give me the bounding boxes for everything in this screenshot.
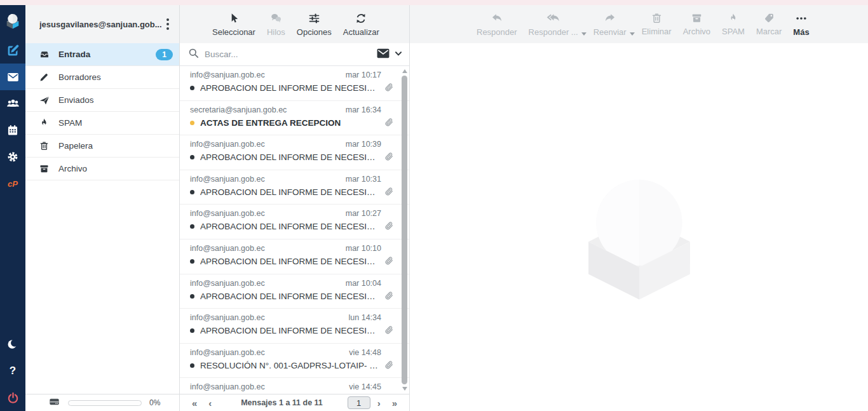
reply-icon: [490, 12, 504, 25]
message-sender: info@sanjuan.gob.ec: [190, 209, 265, 218]
pagination-label: Mensajes 1 a 11 de 11: [219, 398, 344, 407]
mark-button[interactable]: Marcar: [750, 11, 787, 37]
folder-item-papelera[interactable]: Papelera: [25, 135, 179, 158]
threads-button[interactable]: Hilos: [261, 11, 291, 38]
message-row[interactable]: info@sanjuan.gob.ecmar 10:31 APROBACION …: [180, 170, 409, 205]
reply-all-button[interactable]: Responder ...: [523, 11, 584, 38]
last-page-button[interactable]: »: [388, 398, 402, 408]
folder-item-spam[interactable]: SPAM: [25, 112, 179, 135]
refresh-button[interactable]: Actualizar: [337, 11, 385, 38]
message-date: mar 10:31: [346, 175, 381, 184]
message-subject: ACTAS DE ENTREGA RECEPCION: [200, 118, 381, 128]
forward-caret-icon[interactable]: [630, 32, 635, 36]
flame-icon: [38, 118, 50, 128]
folder-label: Borradores: [58, 72, 173, 82]
message-date: mar 10:17: [346, 71, 381, 79]
folder-item-entrada[interactable]: Entrada 1: [25, 43, 179, 66]
message-toolbar: Responder Responder ... Reenvi: [410, 5, 868, 43]
moon-icon[interactable]: [0, 331, 25, 358]
unread-dot-icon: [190, 121, 194, 125]
search-scope-button[interactable]: [376, 48, 403, 62]
message-subject: APROBACION DEL INFORME DE NECESIDA...: [200, 187, 381, 197]
tag-icon: [763, 12, 775, 24]
message-sender: info@sanjuan.gob.ec: [190, 279, 265, 288]
archive-icon: [691, 12, 703, 24]
status-dot-icon: [190, 294, 194, 299]
contacts-icon[interactable]: [0, 90, 25, 117]
folder-item-archivo[interactable]: Archivo: [25, 158, 179, 180]
forward-button[interactable]: Reenviar: [588, 11, 632, 38]
spam-button[interactable]: SPAM: [716, 11, 750, 37]
gear-icon[interactable]: [0, 144, 25, 170]
compose-icon[interactable]: [0, 37, 25, 64]
roundcube-logo-icon: [0, 5, 25, 37]
message-row[interactable]: info@sanjuan.gob.ecvie 14:48 RESOLUCIÓN …: [180, 344, 409, 379]
status-dot-icon: [190, 86, 194, 90]
message-row[interactable]: info@sanjuan.gob.ecmar 10:39 APROBACION …: [180, 135, 409, 170]
message-row[interactable]: info@sanjuan.gob.ecmar 10:27 APROBACION …: [180, 205, 409, 239]
message-row[interactable]: info@sanjuan.gob.ecmar 10:10 APROBACION …: [180, 239, 409, 274]
list-scrollbar[interactable]: [400, 66, 409, 394]
folder-item-borradores[interactable]: Borradores: [25, 66, 179, 89]
trash-icon: [38, 140, 50, 151]
next-page-button[interactable]: ›: [373, 398, 385, 408]
search-bar: [180, 43, 409, 66]
calendar-icon[interactable]: [0, 117, 25, 144]
message-sender: info@sanjuan.gob.ec: [190, 175, 265, 184]
reply-all-caret-icon[interactable]: [581, 32, 587, 36]
first-page-button[interactable]: «: [187, 398, 201, 408]
scrollbar-thumb[interactable]: [402, 76, 407, 384]
attachment-icon: [384, 325, 394, 335]
folder-item-enviados[interactable]: Enviados: [25, 89, 179, 112]
attachment-icon: [384, 117, 394, 128]
refresh-icon: [355, 12, 367, 25]
message-date: mar 10:04: [346, 279, 381, 288]
cursor-icon: [227, 12, 240, 25]
power-icon[interactable]: [0, 384, 25, 411]
attachment-icon: [384, 255, 394, 266]
taskbar: cP ?: [0, 5, 25, 411]
folder-label: Archivo: [58, 164, 173, 173]
message-row[interactable]: info@sanjuan.gob.ecvie 14:45: [180, 378, 409, 394]
delete-button[interactable]: Eliminar: [636, 11, 677, 37]
more-dots-icon: [794, 12, 808, 25]
message-sender: info@sanjuan.gob.ec: [190, 382, 265, 391]
message-row[interactable]: info@sanjuan.gob.ecmar 10:04 APROBACION …: [180, 274, 409, 309]
message-subject: RESOLUCIÓN N°. 001-GADPRSJ-LOTAIP- 20...: [200, 361, 381, 370]
attachment-icon: [384, 360, 394, 370]
help-icon[interactable]: ?: [0, 358, 25, 384]
status-dot-icon: [190, 259, 194, 264]
options-button[interactable]: Opciones: [291, 11, 337, 38]
more-button[interactable]: Más: [787, 11, 815, 38]
content-panel: Responder Responder ... Reenvi: [410, 5, 868, 411]
kebab-menu-icon[interactable]: [161, 15, 174, 34]
attachment-icon: [384, 82, 394, 93]
select-button[interactable]: Seleccionar: [207, 11, 261, 38]
folder-label: Entrada: [58, 50, 147, 59]
message-date: mar 10:27: [346, 209, 381, 218]
page-number-input[interactable]: [348, 396, 370, 409]
archive-button[interactable]: Archivo: [677, 11, 716, 37]
message-date: vie 14:48: [349, 348, 381, 357]
search-input[interactable]: [205, 50, 371, 59]
attachment-icon: [384, 186, 394, 197]
inbox-icon: [38, 49, 50, 60]
cpanel-icon[interactable]: cP: [0, 170, 25, 197]
quota-percent: 0%: [149, 398, 160, 407]
message-row[interactable]: secretaria@sanjuan.gob.ecmar 16:34 ACTAS…: [180, 101, 409, 136]
reply-button[interactable]: Responder: [471, 11, 523, 38]
scroll-down-icon[interactable]: [402, 387, 407, 391]
scroll-up-icon[interactable]: [402, 69, 407, 73]
prev-page-button[interactable]: ‹: [204, 398, 216, 408]
mail-icon[interactable]: [0, 64, 25, 90]
chat-bubbles-icon: [269, 12, 283, 25]
message-sender: info@sanjuan.gob.ec: [190, 71, 265, 79]
folder-label: Enviados: [58, 95, 173, 105]
message-sender: info@sanjuan.gob.ec: [190, 140, 265, 149]
message-row[interactable]: info@sanjuan.gob.eclun 14:34 APROBACION …: [180, 309, 409, 344]
folders-panel: jesusgavilanes@sanjuan.gob.... Entrada 1…: [25, 5, 180, 411]
search-icon: [187, 47, 200, 62]
message-row[interactable]: info@sanjuan.gob.ecmar 10:17 APROBACION …: [180, 66, 409, 101]
attachment-icon: [384, 290, 394, 301]
account-header: jesusgavilanes@sanjuan.gob....: [25, 5, 179, 43]
